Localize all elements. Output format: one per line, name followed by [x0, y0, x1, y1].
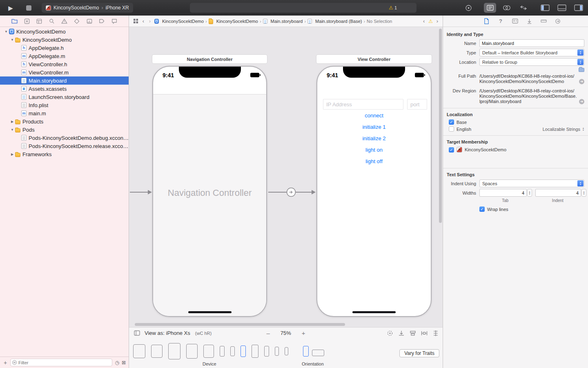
scheme-project-label[interactable]: KinconySocektDemo [53, 5, 99, 11]
size-inspector-icon[interactable] [539, 17, 548, 25]
filter-field[interactable] [10, 359, 112, 366]
device-option[interactable] [168, 343, 180, 359]
indent-width-field[interactable] [535, 189, 581, 197]
file-row-main-storyboard[interactable]: Main.storyboard [0, 76, 129, 85]
warning-icon[interactable]: ⚠ [428, 19, 433, 24]
file-row-assets-xcassets[interactable]: Assets.xcassets [0, 85, 129, 93]
source-control-navigator-icon[interactable] [23, 18, 31, 25]
nav-controller-scene-header[interactable]: Navigation Controller [152, 55, 267, 63]
file-row-appdelegate-m[interactable]: AppDelegate.m [0, 52, 129, 60]
filter-input[interactable] [18, 360, 110, 365]
file-row-kinconysocektdemo[interactable]: ▼KinconySocektDemo [0, 27, 129, 36]
issue-navigator-icon[interactable] [61, 18, 68, 25]
location-popup[interactable]: Relative to Group ▲▼ [479, 58, 584, 66]
report-navigator-icon[interactable] [111, 18, 118, 25]
disclosure-triangle-icon[interactable]: ▶ [9, 120, 15, 123]
previous-issue-button[interactable]: ‹ [422, 18, 426, 24]
device-option[interactable] [285, 347, 288, 355]
device-option[interactable] [230, 346, 235, 356]
vary-for-traits-button[interactable]: Vary for Traits [399, 349, 439, 357]
target-checkbox[interactable]: ✓ [449, 147, 454, 153]
vc-button-initialize-2[interactable]: initialize 2 [362, 135, 385, 142]
navigation-controller-scene[interactable]: 9:41 Navigation Controller [152, 66, 267, 317]
resolve-layout-issues-icon[interactable] [432, 330, 439, 337]
wrap-lines-checkbox[interactable]: ✓ [479, 206, 485, 212]
find-navigator-icon[interactable] [48, 18, 56, 25]
port-field[interactable] [407, 99, 427, 110]
next-issue-button[interactable]: › [435, 18, 439, 24]
forward-button[interactable]: › [148, 18, 152, 24]
vc-button-light-off[interactable]: light off [365, 158, 383, 165]
device-option-selected[interactable] [241, 346, 246, 357]
base-checkbox[interactable]: ✓ [449, 119, 454, 125]
file-row-viewcontroller-h[interactable]: ViewController.h [0, 60, 129, 68]
align-icon[interactable] [409, 330, 416, 337]
quick-help-inspector-icon[interactable]: ? [497, 17, 505, 25]
indent-using-popup[interactable]: Spaces ▲▼ [479, 180, 584, 187]
debug-area-toggle-button[interactable] [556, 3, 568, 13]
orientation-portrait-button[interactable] [303, 346, 309, 357]
scene-dock-toggle-icon[interactable] [133, 330, 140, 337]
file-row-viewcontroller-m[interactable]: ViewController.m [0, 68, 129, 76]
device-option[interactable] [186, 344, 198, 359]
warning-badge[interactable]: ⚠ 1 [389, 5, 397, 10]
breadcrumb-item[interactable]: No Selection [367, 19, 392, 24]
device-option[interactable] [252, 345, 258, 358]
stop-button[interactable] [23, 2, 34, 13]
english-checkbox[interactable] [449, 126, 454, 132]
reveal-path-icon[interactable]: ➜ [579, 99, 584, 104]
type-popup[interactable]: Default – Interface Builder Storyboard ▲… [479, 49, 584, 56]
related-items-icon[interactable] [132, 18, 139, 25]
project-navigator-icon[interactable] [11, 18, 18, 25]
device-option[interactable] [220, 346, 225, 357]
view-as-label[interactable]: View as: iPhone Xs [145, 330, 190, 336]
reveal-path-icon[interactable]: ➜ [579, 79, 584, 84]
inspector-toggle-button[interactable] [572, 3, 585, 13]
file-row-pods[interactable]: ▼Pods [0, 126, 129, 134]
device-option[interactable] [133, 344, 145, 358]
update-frames-icon[interactable] [386, 330, 394, 337]
zoom-level[interactable]: 75% [281, 330, 291, 336]
navigator-toggle-button[interactable] [539, 3, 551, 13]
device-option[interactable] [151, 345, 163, 358]
disclosure-triangle-icon[interactable]: ▼ [9, 128, 15, 132]
file-row-kinconysocektdemo[interactable]: ▼KinconySocektDemo [0, 36, 129, 44]
file-row-appdelegate-h[interactable]: AppDelegate.h [0, 44, 129, 52]
device-option[interactable] [203, 345, 214, 358]
embed-in-stack-icon[interactable] [398, 330, 405, 337]
ip-address-field[interactable] [323, 99, 403, 110]
file-row-info-plist[interactable]: Info.plist [0, 101, 129, 109]
test-navigator-icon[interactable] [73, 18, 80, 25]
zoom-in-button[interactable]: + [302, 330, 305, 336]
debug-navigator-icon[interactable] [86, 18, 93, 25]
attributes-inspector-icon[interactable] [525, 17, 533, 25]
breadcrumb-item[interactable]: Main.storyboard [263, 19, 303, 24]
file-row-launchscreen-storyboard[interactable]: LaunchScreen.storyboard [0, 93, 129, 101]
file-inspector-icon[interactable] [482, 17, 490, 25]
vertical-scrollbar[interactable] [439, 29, 442, 223]
breadcrumb-item[interactable]: Main.storyboard (Base) [307, 19, 362, 24]
run-button[interactable]: ▶ [5, 2, 16, 13]
source-control-filter-icon[interactable]: ⊠ [122, 360, 126, 365]
file-row-pods-kinconysocektdemo-release-xcconfig[interactable]: Pods-KinconySocektDemo.release.xcconfig [0, 142, 129, 150]
horizontal-scrollbar[interactable] [135, 323, 345, 326]
disclosure-triangle-icon[interactable]: ▼ [9, 38, 15, 42]
choose-location-button[interactable] [579, 68, 584, 72]
identity-inspector-icon[interactable] [511, 17, 519, 25]
device-option[interactable] [264, 346, 269, 357]
connections-inspector-icon[interactable] [554, 17, 562, 25]
disclosure-triangle-icon[interactable]: ▼ [3, 30, 9, 34]
recents-filter-icon[interactable]: ◷ [115, 360, 119, 365]
orientation-landscape-button[interactable] [312, 350, 324, 356]
file-row-pods-kinconysocektdemo-debug-xcconfig[interactable]: Pods-KinconySocektDemo.debug.xcconfig [0, 134, 129, 142]
back-button[interactable]: ‹ [141, 18, 145, 24]
storyboard-canvas[interactable]: Navigation Controller View Controller 9:… [129, 27, 443, 327]
breadcrumb-item[interactable]: KinconySocektDemo [209, 18, 258, 24]
indent-width-stepper[interactable]: ▲▼ [581, 189, 586, 197]
version-editor-button[interactable] [517, 3, 530, 13]
scheme-selector[interactable]: KinconySocektDemo › iPhone XR [42, 3, 133, 13]
add-button[interactable]: + [3, 359, 8, 366]
tab-width-stepper[interactable]: ▲▼ [527, 189, 532, 197]
breadcrumb-item[interactable]: KinconySocektDemo [154, 19, 204, 24]
library-button[interactable] [462, 3, 474, 13]
